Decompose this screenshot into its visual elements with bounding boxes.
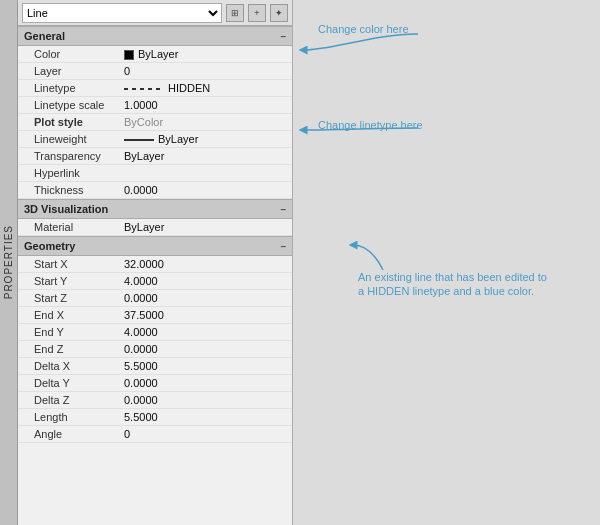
prop-label-transparency: Transparency [34,150,124,162]
prop-value-linetype: HIDDEN [124,82,286,94]
prop-label-end-x: End X [34,309,124,321]
prop-value-delta-y: 0.0000 [124,377,286,389]
prop-label-end-z: End Z [34,343,124,355]
object-type-select[interactable]: Line [22,3,222,23]
arrow-line-desc [293,240,600,320]
section-3dviz-label: 3D Visualization [24,203,108,215]
prop-label-delta-x: Delta X [34,360,124,372]
prop-value-end-z: 0.0000 [124,343,286,355]
section-geometry-label: Geometry [24,240,75,252]
canvas-area: Change color here Change linetype here [293,0,600,525]
prop-row-plot-style[interactable]: Plot style ByColor [18,114,292,131]
prop-row-linetype[interactable]: Linetype HIDDEN [18,80,292,97]
prop-label-angle: Angle [34,428,124,440]
prop-row-layer[interactable]: Layer 0 [18,63,292,80]
prop-value-start-x: 32.0000 [124,258,286,270]
prop-row-start-y[interactable]: Start Y 4.0000 [18,273,292,290]
prop-row-angle[interactable]: Angle 0 [18,426,292,443]
prop-label-color: Color [34,48,124,60]
prop-label-delta-z: Delta Z [34,394,124,406]
lineweight-line-icon [124,139,154,141]
prop-label-linetype: Linetype [34,82,124,94]
properties-tab-label: PROPERTIES [3,225,14,299]
prop-value-thickness: 0.0000 [124,184,286,196]
prop-label-plot-style: Plot style [34,116,124,128]
prop-label-linetype-scale: Linetype scale [34,99,124,111]
prop-row-delta-z[interactable]: Delta Z 0.0000 [18,392,292,409]
prop-value-delta-x: 5.5000 [124,360,286,372]
prop-value-layer: 0 [124,65,286,77]
prop-row-start-z[interactable]: Start Z 0.0000 [18,290,292,307]
prop-value-lineweight: ByLayer [124,133,286,145]
prop-value-linetype-scale: 1.0000 [124,99,286,111]
prop-label-layer: Layer [34,65,124,77]
prop-label-start-z: Start Z [34,292,124,304]
section-general[interactable]: General – [18,26,292,46]
prop-row-hyperlink[interactable]: Hyperlink [18,165,292,182]
prop-value-color: ByLayer [124,48,286,60]
section-geometry[interactable]: Geometry – [18,236,292,256]
section-3dviz[interactable]: 3D Visualization – [18,199,292,219]
prop-value-plot-style: ByColor [124,116,286,128]
prop-row-length[interactable]: Length 5.5000 [18,409,292,426]
prop-label-thickness: Thickness [34,184,124,196]
prop-value-angle: 0 [124,428,286,440]
prop-row-end-y[interactable]: End Y 4.0000 [18,324,292,341]
section-3dviz-collapse[interactable]: – [280,204,286,215]
section-geometry-collapse[interactable]: – [280,241,286,252]
prop-label-delta-y: Delta Y [34,377,124,389]
prop-value-transparency: ByLayer [124,150,286,162]
prop-row-end-z[interactable]: End Z 0.0000 [18,341,292,358]
prop-row-transparency[interactable]: Transparency ByLayer [18,148,292,165]
section-general-label: General [24,30,65,42]
arrow-linetype [293,80,600,160]
prop-row-lineweight[interactable]: Lineweight ByLayer [18,131,292,148]
prop-label-hyperlink: Hyperlink [34,167,124,179]
prop-label-start-y: Start Y [34,275,124,287]
prop-value-delta-z: 0.0000 [124,394,286,406]
linetype-dashes-icon [124,88,164,90]
panel-content: General – Color ByLayer Layer 0 Linetype… [18,26,292,525]
prop-value-end-x: 37.5000 [124,309,286,321]
prop-label-length: Length [34,411,124,423]
panel-toolbar: Line ⊞ + ✦ [18,0,292,26]
properties-panel: Line ⊞ + ✦ General – Color ByLayer Layer… [18,0,293,525]
prop-row-delta-y[interactable]: Delta Y 0.0000 [18,375,292,392]
prop-label-start-x: Start X [34,258,124,270]
prop-row-end-x[interactable]: End X 37.5000 [18,307,292,324]
properties-tab: PROPERTIES [0,0,18,525]
prop-row-linetype-scale[interactable]: Linetype scale 1.0000 [18,97,292,114]
prop-value-start-z: 0.0000 [124,292,286,304]
toolbar-btn-1[interactable]: ⊞ [226,4,244,22]
prop-value-material: ByLayer [124,221,286,233]
prop-row-delta-x[interactable]: Delta X 5.5000 [18,358,292,375]
prop-label-end-y: End Y [34,326,124,338]
prop-row-material[interactable]: Material ByLayer [18,219,292,236]
toolbar-btn-3[interactable]: ✦ [270,4,288,22]
prop-label-lineweight: Lineweight [34,133,124,145]
prop-row-thickness[interactable]: Thickness 0.0000 [18,182,292,199]
prop-label-material: Material [34,221,124,233]
color-swatch [124,50,134,60]
section-general-collapse[interactable]: – [280,31,286,42]
prop-row-color[interactable]: Color ByLayer [18,46,292,63]
arrow-color [293,0,600,80]
prop-value-start-y: 4.0000 [124,275,286,287]
prop-value-end-y: 4.0000 [124,326,286,338]
prop-row-start-x[interactable]: Start X 32.0000 [18,256,292,273]
toolbar-btn-2[interactable]: + [248,4,266,22]
prop-value-length: 5.5000 [124,411,286,423]
